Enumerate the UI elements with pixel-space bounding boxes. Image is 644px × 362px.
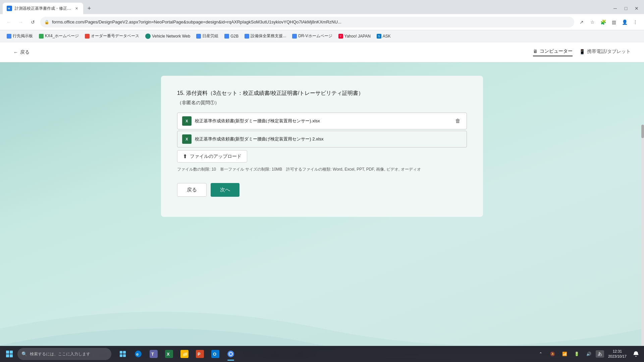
taskbar-time-text: 12:31 [613, 349, 622, 354]
upload-btn-label: ファイルのアップロード [190, 154, 241, 160]
bookmark-yahoo[interactable]: Y Yahoo! JAPAN [336, 33, 373, 40]
computer-icon: 🖥 [533, 49, 538, 54]
question-title: 添付資料（3点セット：校正成績書/校正証明書/トレーサビリティ証明書） [186, 90, 364, 96]
taskbar: 🔍 検索するには、ここに入力します e T X 📁 P O ⌃ 🔕 [0, 346, 644, 362]
back-arrow-icon: ← [13, 50, 18, 55]
sidebar-icon[interactable]: ▥ [609, 17, 619, 27]
file-list: X 校正基準作成依頼書(新型ダミー腰曲げ検定装置用センサー).xlsx 🗑 X … [177, 113, 467, 149]
menu-icon[interactable]: ⋮ [631, 17, 640, 27]
svg-rect-2 [6, 351, 9, 354]
svg-text:T: T [151, 352, 154, 357]
taskbar-apps: e T X 📁 P O [113, 347, 534, 361]
mobile-icon: 📱 [579, 49, 585, 54]
svg-text:e: e [136, 352, 139, 357]
excel-icon-2: X [182, 134, 192, 144]
tab-close-button[interactable]: ✕ [74, 6, 79, 11]
svg-point-24 [229, 353, 232, 355]
maximize-browser-button[interactable]: □ [621, 4, 631, 13]
url-bar[interactable]: 🔒 forms.office.com/Pages/DesignPageV2.as… [40, 17, 574, 27]
nav-back-button[interactable]: ← [4, 17, 13, 27]
svg-rect-6 [120, 351, 122, 354]
security-lock-icon: 🔒 [44, 20, 49, 24]
bookmark-ask[interactable]: S ASK [374, 33, 393, 40]
minimize-browser-button[interactable]: ─ [610, 4, 620, 13]
tab-favicon: M [7, 6, 12, 11]
app-header: ← 戻る 🖥 コンピューター 📱 携帯電話/タブレット [0, 42, 644, 62]
close-browser-button[interactable]: ✕ [632, 4, 641, 13]
bookmark-order[interactable]: オーダー番号データベース [82, 32, 142, 40]
svg-rect-3 [10, 351, 13, 354]
excel-icon-1: X [182, 116, 192, 126]
question-number: 15. [177, 90, 184, 96]
svg-text:P: P [198, 352, 201, 357]
taskbar-explorer[interactable]: 📁 [177, 347, 192, 361]
view-mobile-option[interactable]: 📱 携帯電話/タブレット [579, 49, 631, 56]
taskbar-date-text: 2023/10/17 [608, 354, 627, 359]
taskbar-powerpoint[interactable]: P [193, 347, 207, 361]
nav-forward-button[interactable]: → [16, 17, 25, 27]
bookmark-kx4[interactable]: KX4_ホームページ [36, 32, 82, 40]
bookmark-nissan[interactable]: 日産労組 [194, 32, 221, 40]
delete-file-1-button[interactable]: 🗑 [454, 117, 462, 125]
taskbar-teams[interactable]: T [146, 347, 161, 361]
share-icon[interactable]: ↗ [577, 17, 586, 27]
taskbar-chrome[interactable] [223, 347, 238, 361]
upload-file-button[interactable]: ⬆ ファイルのアップロード [177, 150, 247, 163]
taskbar-taskview[interactable] [115, 347, 130, 361]
navigation-buttons: 戻る 次へ [177, 183, 467, 197]
svg-rect-4 [6, 354, 9, 357]
svg-rect-7 [123, 351, 126, 354]
taskbar-network-icon[interactable]: 📶 [559, 349, 570, 359]
profile-icon[interactable]: 👤 [620, 17, 629, 27]
svg-rect-8 [120, 354, 122, 357]
browser-chrome: M 計測器校正基準書作成・修正依... ✕ + ─ □ ✕ ← → ↺ 🔒 fo… [0, 0, 644, 42]
taskbar-notification-center[interactable] [631, 349, 641, 359]
bookmark-vnw[interactable]: Vehicle Network Web [143, 33, 193, 40]
taskbar-volume-icon[interactable]: 🔊 [584, 349, 594, 359]
file-name-2: 校正基準作成依頼書(新型ダミー腰曲げ検定装置用センサー) 2.xlsx [195, 136, 462, 142]
file-item-2: X 校正基準作成依頼書(新型ダミー腰曲げ検定装置用センサー) 2.xlsx [177, 131, 467, 147]
view-computer-label: コンピューター [540, 48, 573, 54]
svg-text:O: O [213, 352, 216, 357]
question-label: 15. 添付資料（3点セット：校正成績書/校正証明書/トレーサビリティ証明書） [177, 89, 467, 97]
taskbar-battery-icon[interactable]: 🔋 [572, 349, 582, 359]
nav-refresh-button[interactable]: ↺ [28, 17, 38, 27]
bookmark-g2b[interactable]: G2B [222, 33, 241, 40]
taskbar-clock[interactable]: 12:31 2023/10/17 [605, 349, 629, 359]
bookmark-drv[interactable]: DR-Vホームページ [289, 32, 335, 40]
svg-rect-5 [10, 354, 13, 357]
bookmark-icon[interactable]: ☆ [588, 17, 597, 27]
start-button[interactable] [3, 347, 16, 361]
taskbar-search[interactable]: 🔍 検索するには、ここに入力します [17, 348, 111, 360]
bookmark-setsubi[interactable]: 設備保全業務支援... [242, 32, 289, 40]
page-content: 15. 添付資料（3点セット：校正成績書/校正証明書/トレーサビリティ証明書） … [0, 62, 644, 362]
svg-rect-9 [123, 354, 126, 357]
toolbar-icons: ↗ ☆ 🧩 ▥ 👤 ⋮ [577, 17, 640, 27]
bookmark-gyosaki[interactable]: 行先掲示板 [4, 32, 36, 40]
view-mobile-label: 携帯電話/タブレット [587, 49, 631, 55]
view-computer-option[interactable]: 🖥 コンピューター [533, 48, 573, 56]
taskbar-edge[interactable]: e [131, 347, 146, 361]
address-bar: ← → ↺ 🔒 forms.office.com/Pages/DesignPag… [0, 14, 644, 30]
scrollbar[interactable] [641, 125, 644, 346]
taskbar-mute-icon[interactable]: 🔕 [547, 349, 558, 359]
taskbar-notification-icon[interactable]: ⌃ [535, 349, 546, 359]
tab-bar: M 計測器校正基準書作成・修正依... ✕ + ─ □ ✕ [0, 0, 644, 14]
bookmarks-bar: 行先掲示板 KX4_ホームページ オーダー番号データベース Vehicle Ne… [0, 30, 644, 42]
scrollbar-thumb[interactable] [641, 125, 644, 138]
form-back-button[interactable]: 戻る [177, 183, 207, 197]
back-button[interactable]: ← 戻る [13, 49, 30, 55]
question-sub: （非匿名の質問①） [177, 100, 467, 106]
form-card: 15. 添付資料（3点セット：校正成績書/校正証明書/トレーサビリティ証明書） … [161, 76, 483, 217]
taskbar-outlook[interactable]: O [208, 347, 223, 361]
ime-indicator[interactable]: あ [596, 350, 604, 358]
taskbar-excel[interactable]: X [162, 347, 176, 361]
svg-text:📁: 📁 [182, 351, 188, 357]
form-next-button[interactable]: 次へ [211, 183, 239, 197]
back-label: 戻る [20, 49, 30, 55]
browser-tab-active[interactable]: M 計測器校正基準書作成・修正依... ✕ [3, 3, 83, 14]
url-text: forms.office.com/Pages/DesignPageV2.aspx… [52, 19, 570, 24]
upload-icon: ⬆ [183, 153, 187, 160]
new-tab-button[interactable]: + [85, 4, 94, 13]
extension-icon[interactable]: 🧩 [598, 17, 608, 27]
